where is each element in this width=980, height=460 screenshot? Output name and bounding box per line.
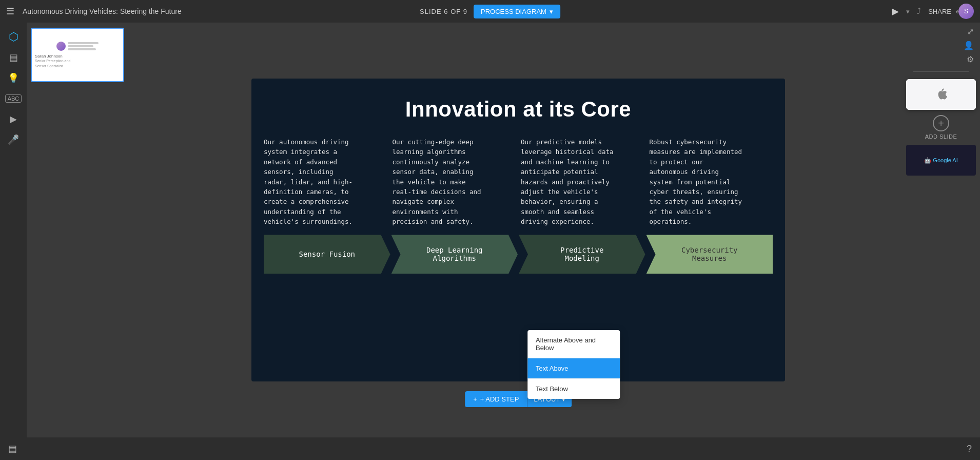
- dropdown-alternate[interactable]: Alternate Above and Below: [527, 330, 620, 358]
- thumb-name: Sarah Johnson: [35, 54, 120, 59]
- chevron-cybersecurity[interactable]: CybersecurityMeasures: [646, 235, 773, 274]
- right-icon-settings[interactable]: ⚙: [906, 54, 976, 64]
- google-ai-label: 🤖 Google AI: [924, 157, 957, 164]
- topbar-center: SLIDE 6 OF 9 PROCESS DIAGRAM ▾: [420, 5, 560, 18]
- add-step-button[interactable]: + + ADD STEP: [465, 391, 527, 407]
- process-columns: Our autonomous drivingsystem integrates …: [251, 127, 785, 226]
- slide-title: Innovation at its Core: [251, 79, 785, 122]
- process-diagram-button[interactable]: PROCESS DIAGRAM ▾: [474, 5, 560, 18]
- chevron-row: Sensor Fusion Deep LearningAlgorithms Pr…: [251, 235, 785, 274]
- chevron-predictive[interactable]: PredictiveModeling: [519, 235, 645, 274]
- play-button[interactable]: ▶: [892, 6, 899, 17]
- chevron-deep-learning[interactable]: Deep LearningAlgorithms: [391, 235, 518, 274]
- topbar: ☰ Autonomous Driving Vehicles: Steering …: [0, 0, 980, 23]
- right-separator: [913, 71, 969, 72]
- apple-logo-icon: [934, 86, 948, 103]
- dropdown-text-below[interactable]: Text Below: [527, 379, 620, 399]
- canvas-area: Innovation at its Core Our autonomous dr…: [134, 23, 902, 437]
- add-slide-label: ADD SLIDE: [925, 133, 957, 140]
- dropdown-text-above-label: Text Above: [536, 365, 569, 372]
- layout-dropdown-menu: Alternate Above and Below Text Above Tex…: [527, 330, 620, 399]
- sidebar-icon-mic[interactable]: 🎤: [3, 130, 24, 149]
- col-cybersecurity: Robust cybersecuritymeasures are impleme…: [650, 137, 773, 226]
- dropdown-text-above[interactable]: Text Above: [527, 358, 620, 379]
- apps-icon: ⬡: [9, 30, 18, 44]
- slide-panel: Sarah Johnson Senior Perception andSenso…: [27, 23, 134, 437]
- chevron-label-3: PredictiveModeling: [560, 246, 603, 262]
- thumb-line-2: [68, 45, 93, 47]
- floating-toolbar: Alternate Above and Below Text Above Tex…: [465, 391, 572, 407]
- thumb-avatar: [56, 42, 66, 51]
- right-top-icons: ⤢ 👤 ⚙: [906, 27, 976, 64]
- process-diagram-chevron: ▾: [550, 8, 553, 15]
- text-icon: ABC: [5, 94, 22, 103]
- add-step-plus-icon: +: [473, 395, 477, 403]
- apple-card-content: [906, 79, 976, 110]
- col-sensor-fusion: Our autonomous drivingsystem integrates …: [264, 137, 387, 226]
- help-icon[interactable]: ?: [967, 444, 972, 454]
- sidebar-icon-animate[interactable]: ▶: [3, 110, 24, 128]
- mic-icon: 🎤: [8, 134, 19, 145]
- slide-thumbnail-1[interactable]: Sarah Johnson Senior Perception andSenso…: [31, 28, 124, 82]
- play-dropdown[interactable]: ▾: [906, 8, 910, 15]
- add-slide-button[interactable]: + ADD SLIDE: [925, 115, 957, 140]
- sidebar-icon-idea[interactable]: 💡: [3, 69, 24, 87]
- process-diagram-label: PROCESS DIAGRAM: [481, 8, 546, 15]
- chevron-label-1: Sensor Fusion: [299, 250, 355, 258]
- topbar-right: ▶ ▾ ⤴ SHARE S: [892, 0, 974, 23]
- share-button[interactable]: SHARE: [928, 8, 951, 15]
- google-ai-card[interactable]: 🤖 Google AI: [906, 145, 976, 176]
- add-slide-circle-icon: +: [933, 115, 949, 131]
- sidebar-icon-apps[interactable]: ⬡: [3, 28, 24, 46]
- chevron-label-4: CybersecurityMeasures: [681, 246, 738, 262]
- col-deep-learning: Our cutting-edge deeplearning algorithms…: [393, 137, 516, 226]
- right-icon-expand[interactable]: ⤢: [906, 27, 976, 36]
- col-predictive: Our predictive modelsleverage historical…: [521, 137, 644, 226]
- avatar[interactable]: S: [958, 4, 974, 19]
- thumb-line-3: [68, 48, 96, 50]
- right-panel: ⤢ 👤 ⚙ + ADD SLIDE 🤖 Google AI: [902, 23, 980, 437]
- idea-icon: 💡: [8, 72, 19, 84]
- menu-icon[interactable]: ☰: [6, 6, 14, 17]
- right-card-apple[interactable]: [906, 79, 976, 110]
- slide-canvas: Innovation at its Core Our autonomous dr…: [251, 79, 785, 381]
- thumb-profile: [56, 42, 99, 51]
- add-step-label: + ADD STEP: [480, 395, 519, 403]
- thumb-text-lines: [68, 42, 99, 50]
- share-icon[interactable]: ⤴: [917, 7, 921, 16]
- thumb-role: Senior Perception andSensor Specialist: [35, 59, 120, 68]
- bottom-slides-icon[interactable]: ▤: [8, 443, 17, 454]
- slide-counter: SLIDE 6 OF 9: [420, 8, 467, 15]
- thumb-line-1: [68, 42, 99, 44]
- sidebar-icon-text[interactable]: ABC: [3, 89, 24, 108]
- chevron-sensor-fusion[interactable]: Sensor Fusion: [264, 235, 390, 274]
- slides-icon: ▤: [9, 52, 18, 63]
- avatar-initial: S: [964, 8, 968, 15]
- bottom-bar: ▤ ?: [0, 437, 980, 460]
- sidebar-icon-slides[interactable]: ▤: [3, 48, 24, 67]
- dropdown-alternate-label: Alternate Above and Below: [536, 336, 596, 352]
- dropdown-text-below-label: Text Below: [536, 385, 568, 393]
- left-sidebar: ⬡ ▤ 💡 ABC ▶ 🎤 •••: [0, 23, 27, 460]
- right-icon-user[interactable]: 👤: [906, 41, 976, 50]
- animate-icon: ▶: [10, 113, 17, 125]
- chevron-label-2: Deep LearningAlgorithms: [426, 246, 483, 262]
